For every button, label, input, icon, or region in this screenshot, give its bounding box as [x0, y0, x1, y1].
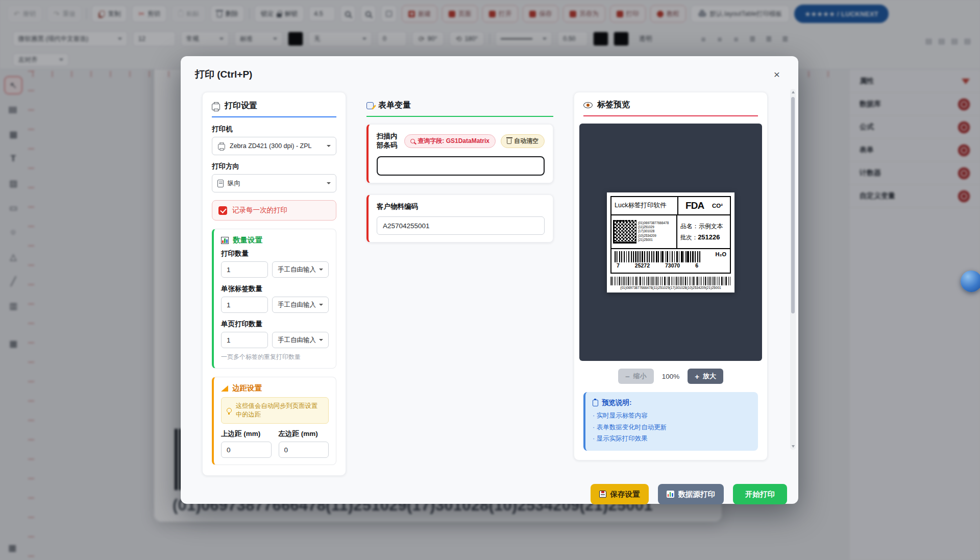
- save-settings-button[interactable]: 保存设置: [591, 484, 649, 504]
- fda-logo: FDA: [685, 200, 704, 211]
- top-margin-input[interactable]: [221, 442, 272, 458]
- start-print-button[interactable]: 开始打印: [733, 484, 787, 504]
- quantity-section: 数量设置 打印数量 手工自由输入 单张标签数量 手工自由输入 单页打印数量: [212, 229, 336, 369]
- preview-notes-title: 预览说明:: [593, 398, 751, 407]
- preview-note: · 实时显示标签内容: [593, 410, 751, 422]
- form-variables-header: 表单变量: [366, 100, 553, 117]
- minus-icon: −: [625, 372, 630, 381]
- top-margin-label: 上边距 (mm): [221, 429, 272, 439]
- upc-digits: 7 25272 73070 6: [615, 262, 700, 269]
- app-root: (01)06973877666478(11)251029(17)301028(1…: [0, 0, 980, 560]
- batch-label: 批次：: [680, 234, 698, 240]
- labels-per-sheet-mode-select[interactable]: 手工自由输入: [272, 297, 329, 313]
- printer-icon: [212, 104, 220, 110]
- print-settings-card: 打印设置 打印机 Zebra ZD421 (300 dpi) - ZPL 打印方…: [202, 92, 346, 476]
- zoom-out-button[interactable]: −缩小: [618, 369, 654, 384]
- ruler-icon: [221, 385, 228, 392]
- preview-note: · 显示实际打印效果: [593, 433, 751, 445]
- label-info-cell: 品名：示例文本 批次：251226: [677, 215, 730, 248]
- scan-barcode-input[interactable]: [377, 156, 545, 176]
- orientation-select[interactable]: 纵向: [212, 174, 336, 192]
- checked-checkbox-icon[interactable]: [218, 206, 227, 215]
- label-logos: FDA CO²: [678, 197, 730, 214]
- orientation-label: 打印方向: [212, 162, 336, 171]
- chart-bars-icon: [221, 237, 229, 244]
- labels-per-sheet-label: 单张标签数量: [221, 284, 329, 294]
- label-datamatrix-cell: (01)06973877666478 (11)251029 (17)301028…: [611, 215, 677, 248]
- margins-title: 边距设置: [221, 383, 329, 393]
- record-print-option[interactable]: 记录每一次的打印: [212, 200, 336, 221]
- upc-barcode: [615, 251, 700, 262]
- material-code-label: 客户物料编码: [377, 202, 545, 211]
- scan-barcode-label: 扫描内部条码: [377, 132, 399, 150]
- pages-per-print-mode-select[interactable]: 手工自由输入: [272, 332, 329, 348]
- margins-section: 边距设置 这些值会自动同步到页面设置中的边距 上边距 (mm) 左边距 (mm): [212, 377, 336, 465]
- search-icon: [410, 139, 415, 143]
- floating-helper-ball[interactable]: [961, 271, 980, 292]
- scan-barcode-card: 扫描内部条码 查询字段: GS1DataMatrix 自动清空: [366, 124, 553, 183]
- form-icon: [366, 102, 374, 109]
- trash-icon: [507, 139, 511, 144]
- plus-icon: +: [695, 372, 699, 381]
- portrait-icon: [217, 180, 224, 187]
- material-code-input[interactable]: [377, 216, 545, 235]
- dialog-title: 打印 (Ctrl+P): [195, 68, 252, 81]
- gs1-128-barcode: [610, 277, 731, 285]
- margins-tip: 这些值会自动同步到页面设置中的边距: [221, 397, 329, 424]
- zoom-level: 100%: [662, 373, 680, 380]
- material-code-card: 客户物料编码: [366, 194, 553, 242]
- label-preview-card: 标签预览 Luck标签打印软件 FDA CO²: [574, 92, 768, 460]
- print-qty-label: 打印数量: [221, 249, 329, 258]
- dialog-scrollbar[interactable]: [790, 89, 796, 450]
- print-settings-header: 打印设置: [212, 101, 336, 117]
- product-name-label: 品名：: [680, 223, 699, 230]
- co2-text: CO²: [712, 203, 723, 209]
- labels-per-sheet-input[interactable]: [221, 297, 268, 313]
- dialog-header: 打印 (Ctrl+P) ×: [181, 56, 798, 87]
- preview-zoom-controls: −缩小 100% +放大: [579, 369, 762, 384]
- datamatrix-code: [613, 220, 636, 244]
- query-field-badge[interactable]: 查询字段: GS1DataMatrix: [404, 134, 496, 148]
- printer-label: 打印机: [212, 125, 336, 134]
- label-brand: Luck标签打印软件: [611, 197, 678, 214]
- zoom-in-button[interactable]: +放大: [688, 369, 723, 384]
- label-preview-header: 标签预览: [583, 100, 758, 116]
- dialog-footer: 保存设置 数据源打印 开始打印: [181, 476, 798, 516]
- print-qty-mode-select[interactable]: 手工自由输入: [272, 261, 329, 278]
- left-margin-input[interactable]: [279, 442, 329, 458]
- chart-bars-icon: [667, 491, 674, 498]
- floppy-icon: [599, 491, 606, 498]
- quantity-hint: 一页多个标签的重复打印数量: [221, 353, 329, 361]
- preview-stage: Luck标签打印软件 FDA CO² (01)06: [579, 124, 762, 361]
- product-name-value: 示例文本: [699, 223, 723, 230]
- batch-value: 251226: [698, 233, 720, 241]
- left-margin-label: 左边距 (mm): [279, 429, 329, 439]
- scrollbar-thumb[interactable]: [791, 97, 795, 313]
- bulb-icon: [227, 408, 232, 413]
- pages-per-print-input[interactable]: [221, 332, 268, 348]
- label-artwork: Luck标签打印软件 FDA CO² (01)06: [607, 192, 734, 293]
- gs1-text-lines: (01)06973877666478 (11)251029 (17)301028…: [638, 221, 669, 242]
- clipboard-icon: [593, 400, 598, 406]
- pages-per-print-label: 单页打印数量: [221, 320, 329, 329]
- eye-icon: [583, 102, 593, 108]
- print-qty-input[interactable]: [221, 261, 268, 278]
- gs1-128-text: (01)06973877666478(11)251029(17)301028(1…: [610, 286, 731, 289]
- printer-select[interactable]: Zebra ZD421 (300 dpi) - ZPL: [212, 137, 336, 155]
- label-table: Luck标签打印软件 FDA CO² (01)06: [610, 196, 731, 274]
- h2o-text: H₂O: [716, 251, 726, 257]
- form-variables-column: 表单变量 扫描内部条码 查询字段: GS1DataMatrix 自动清空: [357, 92, 562, 254]
- label-upc-cell: H₂O 7 25272 73070 6: [611, 249, 730, 273]
- datasource-print-button[interactable]: 数据源打印: [658, 484, 724, 504]
- print-dialog: 打印 (Ctrl+P) × 打印设置 打印机 Zebra ZD421 (300 …: [181, 56, 798, 504]
- close-icon[interactable]: ×: [769, 66, 785, 83]
- quantity-title: 数量设置: [221, 235, 329, 245]
- preview-note: · 表单数据变化时自动更新: [593, 422, 751, 433]
- auto-clear-badge[interactable]: 自动清空: [501, 134, 545, 148]
- preview-notes: 预览说明: · 实时显示标签内容 · 表单数据变化时自动更新 · 显示实际打印效…: [583, 392, 758, 451]
- dialog-body: 打印设置 打印机 Zebra ZD421 (300 dpi) - ZPL 打印方…: [181, 87, 798, 476]
- printer-icon: [218, 144, 225, 150]
